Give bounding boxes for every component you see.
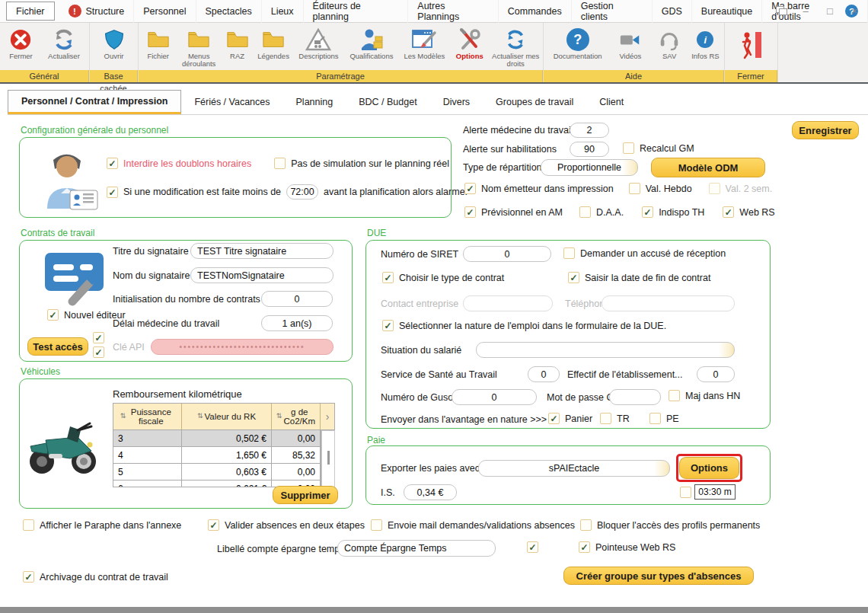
alerte-habilitations-input[interactable]: 90 (570, 142, 609, 157)
menu-fichier[interactable]: Fichier (6, 2, 55, 21)
date-fin-checkbox[interactable]: ✓ (568, 272, 579, 283)
nature-emploi-checkbox[interactable]: ✓ (382, 320, 394, 331)
tab-planning[interactable]: Planning (283, 90, 346, 114)
is-input[interactable]: 0,34 € (404, 484, 457, 500)
header-valeur-rk[interactable]: ⇅Valeur du RK (182, 404, 272, 429)
documentation-button[interactable]: ? Documentation (546, 24, 610, 70)
infos-rs-button[interactable]: i Infos RS (688, 24, 722, 70)
archivage-checkbox[interactable]: ✓ (23, 571, 34, 583)
nom-emetteur-checkbox[interactable]: ✓ (464, 183, 476, 194)
fichier-param-button[interactable]: Fichier (141, 24, 176, 70)
tab-bdc-budget[interactable]: BDC / Budget (346, 90, 429, 114)
enregistrer-button[interactable]: Enregistrer (792, 121, 859, 139)
envoie-mail-checkbox[interactable] (371, 519, 382, 531)
tab-feries-vacances[interactable]: Fériés / Vacances (181, 90, 282, 114)
modif-delay-input[interactable]: 72:00 (286, 184, 318, 200)
menu-lieux[interactable]: Lieux (262, 0, 304, 23)
paraphe-checkbox[interactable] (23, 519, 34, 531)
tab-groupes-de-travail[interactable]: Groupes de travail (483, 90, 586, 114)
paie-options-button[interactable]: Options (679, 457, 739, 479)
bloquer-acces-checkbox[interactable] (580, 519, 592, 531)
delai-medecine-input[interactable]: 1 an(s) (261, 315, 333, 331)
nouvel-editeur-checkbox[interactable]: ✓ (47, 309, 59, 321)
titre-signataire-input[interactable]: TEST Titre signataire (190, 243, 333, 259)
cle-api-password-input[interactable]: •••••••••••••••••••••••••••••• (151, 339, 333, 355)
doublons-checkbox[interactable]: ✓ (107, 158, 118, 169)
tr-checkbox[interactable] (600, 413, 611, 424)
actualiser-droits-button[interactable]: Actualiser mes droits (490, 24, 541, 70)
les-modeles-button[interactable]: Les Modèles (400, 24, 448, 70)
api-bottom-checkbox[interactable]: ✓ (93, 346, 104, 358)
options-button-ribbon[interactable]: Options (450, 24, 490, 70)
descriptions-button[interactable]: Descriptions (294, 24, 343, 70)
simulation-checkbox[interactable] (274, 158, 286, 169)
type-contrat-checkbox[interactable]: ✓ (382, 272, 394, 283)
contact-entreprise-input[interactable] (463, 295, 553, 311)
legendes-button[interactable]: Légendes (254, 24, 293, 70)
menu-autres-plannings[interactable]: Autres Plannings (408, 0, 498, 23)
timer-checkbox[interactable] (680, 487, 691, 498)
close-button[interactable]: × (845, 3, 863, 18)
previsionnel-am-checkbox[interactable]: ✓ (464, 206, 476, 218)
menu-structure[interactable]: ! Structure (59, 0, 135, 23)
daa-checkbox[interactable] (579, 206, 591, 218)
export-paies-dropdown[interactable]: sPAIEctacle (478, 460, 670, 477)
siret-input[interactable]: 0 (463, 246, 551, 262)
scrollbar-thumb[interactable] (327, 451, 330, 465)
modif-alarm-checkbox[interactable]: ✓ (107, 187, 118, 198)
sav-button[interactable]: SAV (651, 24, 688, 70)
header-co2[interactable]: ⇅g de Co2/Km (272, 404, 321, 429)
situation-salarie-dropdown[interactable] (476, 342, 735, 358)
videos-button[interactable]: Vidéos (611, 24, 650, 70)
menu-gds[interactable]: GDS (653, 0, 692, 23)
table-row[interactable]: 30,502 €0,00 (113, 430, 321, 447)
recalcul-gm-checkbox[interactable] (623, 142, 634, 154)
pointeuse-checkbox[interactable]: ✓ (579, 541, 590, 553)
val-hebdo-checkbox[interactable] (629, 183, 640, 194)
header-puissance[interactable]: ⇅Puissance fiscale (113, 404, 182, 429)
menu-personnel[interactable]: Personnel (134, 0, 196, 23)
creer-groupe-button[interactable]: Créer groupe sur types d'absences (563, 567, 754, 585)
numero-guso-input[interactable]: 0 (452, 389, 537, 405)
libelle-cet-input[interactable]: Compte Épargne Temps (337, 540, 496, 557)
cascade-windows-button[interactable] (772, 3, 790, 18)
menus-deroulants-button[interactable]: Menus déroulants (177, 24, 221, 70)
pe-checkbox[interactable] (649, 413, 661, 424)
qualifications-button[interactable]: Qualifications (344, 24, 399, 70)
alerte-medecine-input[interactable]: 2 (570, 123, 609, 138)
web-rs-checkbox[interactable]: ✓ (723, 206, 734, 218)
raz-button[interactable]: RAZ (222, 24, 253, 70)
effectif-input[interactable]: 0 (697, 366, 735, 382)
modele-odm-button[interactable]: Modèle ODM (651, 158, 765, 177)
cet-checkbox[interactable]: ✓ (527, 541, 538, 553)
actualiser-button[interactable]: Actualiser (48, 24, 80, 70)
ouvrir-button[interactable]: Ouvrir (104, 24, 125, 70)
maj-hn-checkbox[interactable] (669, 390, 680, 401)
tab-divers[interactable]: Divers (430, 90, 483, 114)
menu-editeurs-planning[interactable]: Éditeurs de planning (304, 0, 409, 23)
menu-bureautique[interactable]: Bureautique (692, 0, 762, 23)
panier-checkbox[interactable]: ✓ (548, 413, 560, 424)
menu-spectacles[interactable]: Spectacles (196, 0, 262, 23)
telephone-input[interactable] (602, 295, 735, 311)
menu-commandes[interactable]: Commandes (499, 0, 572, 23)
nom-signataire-input[interactable]: TESTNomSignataire (190, 267, 333, 283)
menu-gestion-clients[interactable]: Gestion clients (572, 0, 653, 23)
fermer-button[interactable]: Fermer (9, 24, 33, 70)
tab-client[interactable]: Client (586, 90, 637, 114)
timer-input[interactable]: 03:30 m (694, 484, 736, 500)
val-2sem-checkbox[interactable] (709, 183, 720, 194)
indispo-th-checkbox[interactable]: ✓ (642, 206, 653, 218)
restore-button[interactable]: □ (821, 3, 839, 18)
accuse-reception-checkbox[interactable] (563, 247, 575, 259)
mdp-guso-input[interactable] (609, 389, 661, 405)
type-repartition-dropdown[interactable]: Proportionnelle (541, 159, 638, 176)
table-expand-chevron[interactable]: › (321, 404, 334, 429)
init-contrats-input[interactable]: 0 (261, 291, 333, 307)
sante-travail-input[interactable]: 0 (528, 366, 560, 382)
supprimer-button[interactable]: Supprimer (273, 486, 338, 504)
exit-button[interactable] (739, 24, 764, 70)
table-row[interactable]: 50,603 €0,00 (113, 464, 321, 481)
api-top-checkbox[interactable]: ✓ (93, 332, 104, 343)
test-acces-button[interactable]: Test accès (27, 337, 88, 356)
